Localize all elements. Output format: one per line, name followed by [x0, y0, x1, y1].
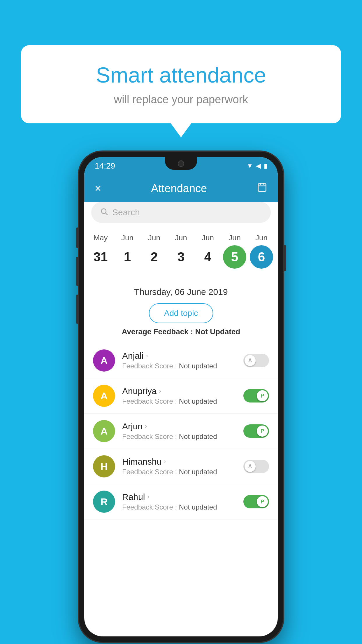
calendar-strip: May 31 Jun 1 Jun 2 Jun 3 Jun 4 Jun 5 Jun…	[84, 228, 278, 272]
student-info: Anjali › Feedback Score : Not updated	[122, 351, 236, 370]
cal-day-num: 1	[116, 245, 139, 269]
calendar-day[interactable]: Jun 6	[249, 233, 274, 269]
cal-month-label: Jun	[175, 233, 187, 242]
calendar-day[interactable]: May 31	[88, 233, 113, 269]
toggle-knob: A	[245, 461, 256, 472]
cal-day-num: 6	[250, 245, 273, 269]
toggle-switch[interactable]: P	[243, 424, 269, 438]
avatar: R	[93, 491, 115, 513]
toggle-switch[interactable]: A	[243, 460, 269, 473]
chevron-right-icon: ›	[164, 458, 166, 466]
student-info: Anupriya › Feedback Score : Not updated	[122, 386, 236, 405]
cal-day-num: 3	[169, 245, 193, 269]
toggle-knob: P	[257, 496, 268, 507]
toggle-switch[interactable]: A	[243, 354, 269, 367]
student-name[interactable]: Arjun ›	[122, 421, 236, 431]
chevron-right-icon: ›	[146, 352, 148, 360]
feedback-score-value: Not updated	[179, 362, 217, 370]
toggle-knob: P	[257, 390, 268, 401]
student-info: Himanshu › Feedback Score : Not updated	[122, 457, 236, 476]
cal-day-num: 5	[223, 245, 246, 269]
power-button	[283, 245, 286, 271]
student-item: A Anupriya › Feedback Score : Not update…	[84, 378, 278, 414]
add-topic-button[interactable]: Add topic	[149, 303, 213, 323]
volume-up-button	[76, 257, 79, 286]
calendar-day[interactable]: Jun 3	[168, 233, 194, 269]
cal-month-label: Jun	[148, 233, 160, 242]
search-icon	[100, 207, 108, 218]
student-item: R Rahul › Feedback Score : Not updated P	[84, 484, 278, 519]
calendar-day[interactable]: Jun 2	[142, 233, 167, 269]
student-info: Arjun › Feedback Score : Not updated	[122, 421, 236, 441]
feedback-score-value: Not updated	[179, 433, 217, 440]
close-button[interactable]: ×	[95, 182, 101, 195]
cal-month-label: Jun	[229, 233, 241, 242]
search-input-placeholder: Search	[112, 207, 140, 217]
speech-bubble: Smart attendance will replace your paper…	[21, 45, 341, 123]
calendar-day[interactable]: Jun 5	[222, 233, 247, 269]
attendance-toggle[interactable]: P	[243, 495, 269, 508]
feedback-score: Feedback Score : Not updated	[122, 503, 236, 511]
chevron-right-icon: ›	[147, 493, 149, 501]
cal-month-label: Jun	[255, 233, 268, 242]
front-camera	[178, 160, 184, 167]
feedback-score: Feedback Score : Not updated	[122, 362, 236, 370]
search-bar[interactable]: Search	[91, 202, 271, 223]
cal-day-num: 31	[89, 245, 112, 269]
signal-icon: ◀	[256, 162, 261, 170]
chevron-right-icon: ›	[145, 423, 147, 430]
cal-month-label: Jun	[202, 233, 214, 242]
cal-month-label: Jun	[121, 233, 133, 242]
avg-feedback-label: Average Feedback :	[122, 327, 195, 336]
bubble-title: Smart attendance	[44, 63, 318, 88]
student-item: A Arjun › Feedback Score : Not updated P	[84, 414, 278, 449]
volume-mute-button	[76, 228, 79, 248]
svg-rect-0	[258, 184, 266, 191]
feedback-score: Feedback Score : Not updated	[122, 468, 236, 476]
calendar-day[interactable]: Jun 4	[195, 233, 220, 269]
app-header: × Attendance	[84, 175, 278, 202]
attendance-toggle[interactable]: P	[243, 424, 269, 438]
battery-icon: ▮	[264, 162, 267, 170]
cal-month-label: May	[93, 233, 108, 242]
student-name[interactable]: Anjali ›	[122, 351, 236, 361]
attendance-toggle[interactable]: A	[243, 354, 269, 367]
calendar-icon[interactable]	[257, 182, 267, 195]
avatar: A	[93, 385, 115, 407]
volume-down-button	[76, 295, 79, 324]
bubble-subtitle: will replace your paperwork	[44, 93, 318, 106]
toggle-knob: A	[245, 355, 256, 366]
toggle-switch[interactable]: P	[243, 495, 269, 508]
avg-feedback-value: Not Updated	[195, 327, 240, 336]
feedback-score-value: Not updated	[179, 468, 217, 476]
notch	[165, 157, 197, 170]
feedback-score-value: Not updated	[179, 503, 217, 511]
selected-date: Thursday, 06 June 2019	[84, 287, 278, 297]
feedback-score: Feedback Score : Not updated	[122, 433, 236, 441]
cal-day-num: 4	[196, 245, 219, 269]
student-name[interactable]: Anupriya ›	[122, 386, 236, 396]
phone-screen: 14:29 ▼ ◀ ▮ × Attendance	[84, 157, 278, 636]
status-time: 14:29	[95, 161, 115, 171]
header-title: Attendance	[151, 182, 207, 195]
student-name[interactable]: Himanshu ›	[122, 457, 236, 467]
student-name[interactable]: Rahul ›	[122, 492, 236, 502]
student-item: A Anjali › Feedback Score : Not updated …	[84, 343, 278, 378]
phone-container: 14:29 ▼ ◀ ▮ × Attendance	[79, 152, 283, 642]
status-icons: ▼ ◀ ▮	[247, 162, 267, 170]
student-info: Rahul › Feedback Score : Not updated	[122, 492, 236, 511]
phone-body: 14:29 ▼ ◀ ▮ × Attendance	[79, 152, 283, 642]
speech-bubble-container: Smart attendance will replace your paper…	[21, 45, 341, 123]
student-list: A Anjali › Feedback Score : Not updated …	[84, 343, 278, 636]
student-item: H Himanshu › Feedback Score : Not update…	[84, 449, 278, 484]
attendance-toggle[interactable]: P	[243, 389, 269, 402]
avatar: H	[93, 455, 115, 477]
attendance-toggle[interactable]: A	[243, 460, 269, 473]
svg-line-5	[106, 213, 107, 215]
avatar: A	[93, 420, 115, 442]
avg-feedback: Average Feedback : Not Updated	[84, 327, 278, 336]
avatar: A	[93, 349, 115, 372]
toggle-switch[interactable]: P	[243, 389, 269, 402]
calendar-day[interactable]: Jun 1	[115, 233, 140, 269]
chevron-right-icon: ›	[159, 387, 161, 395]
